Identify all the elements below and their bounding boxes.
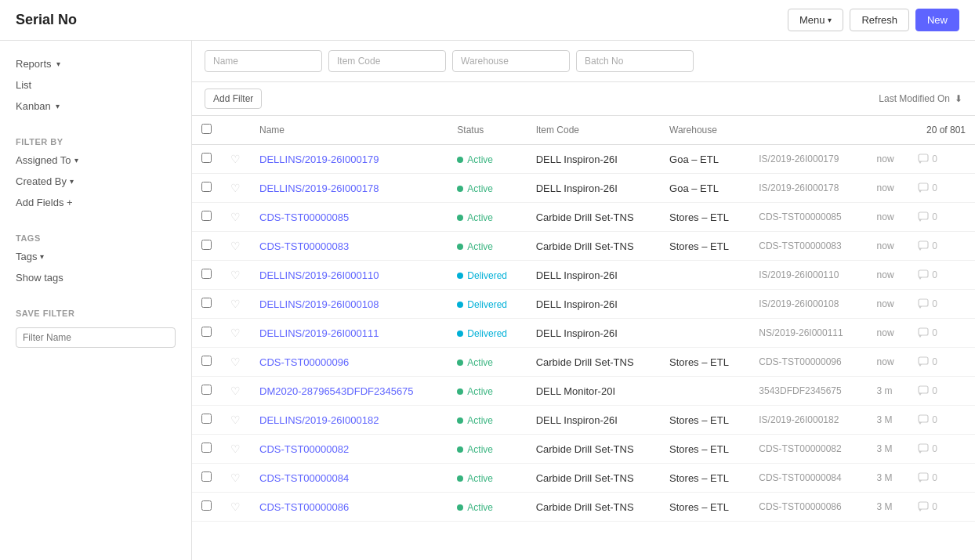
row-heart-cell[interactable]: ♡ — [221, 493, 250, 522]
row-checkbox-cell[interactable] — [192, 145, 221, 174]
row-checkbox-cell[interactable] — [192, 290, 221, 319]
row-checkbox-cell[interactable] — [192, 261, 221, 290]
row-checkbox-cell[interactable] — [192, 319, 221, 348]
row-checkbox-cell[interactable] — [192, 232, 221, 261]
row-heart-cell[interactable]: ♡ — [221, 261, 250, 290]
row-name-cell[interactable]: CDS-TST00000083 — [250, 232, 448, 261]
row-name-cell[interactable]: DELLINS/2019-26I000108 — [250, 290, 448, 319]
filter-name-input[interactable] — [16, 327, 176, 348]
row-comment-cell[interactable]: 0 — [908, 435, 975, 464]
comment-count[interactable]: 0 — [918, 356, 966, 367]
row-name-link[interactable]: DELLINS/2019-26I000179 — [259, 154, 379, 165]
row-heart-cell[interactable]: ♡ — [221, 377, 250, 406]
favorite-icon[interactable]: ♡ — [230, 471, 241, 484]
comment-count[interactable]: 0 — [918, 298, 966, 309]
row-comment-cell[interactable]: 0 — [908, 377, 975, 406]
favorite-icon[interactable]: ♡ — [230, 153, 241, 165]
row-name-link[interactable]: DELLINS/2019-26I000111 — [259, 327, 379, 339]
favorite-icon[interactable]: ♡ — [230, 414, 241, 426]
menu-button[interactable]: Menu ▾ — [788, 9, 844, 31]
add-fields-button[interactable]: Add Fields + — [0, 192, 191, 213]
row-comment-cell[interactable]: 0 — [908, 145, 975, 174]
row-heart-cell[interactable]: ♡ — [221, 348, 250, 377]
row-name-cell[interactable]: CDS-TST00000086 — [250, 493, 448, 522]
row-heart-cell[interactable]: ♡ — [221, 319, 250, 348]
row-heart-cell[interactable]: ♡ — [221, 232, 250, 261]
comment-count[interactable]: 0 — [918, 501, 966, 512]
row-name-cell[interactable]: DELLINS/2019-26I000111 — [250, 319, 448, 348]
row-checkbox[interactable] — [201, 153, 212, 163]
row-comment-cell[interactable]: 0 — [908, 406, 975, 435]
favorite-icon[interactable]: ♡ — [230, 269, 241, 281]
row-checkbox[interactable] — [201, 471, 212, 482]
row-name-cell[interactable]: CDS-TST00000082 — [250, 435, 448, 464]
favorite-icon[interactable]: ♡ — [230, 443, 241, 455]
row-name-link[interactable]: DELLINS/2019-26I000108 — [259, 298, 379, 310]
row-heart-cell[interactable]: ♡ — [221, 464, 250, 493]
comment-count[interactable]: 0 — [918, 414, 966, 425]
row-name-cell[interactable]: CDS-TST00000085 — [250, 203, 448, 232]
warehouse-filter-input[interactable] — [452, 50, 570, 72]
row-name-link[interactable]: CDS-TST00000085 — [259, 211, 349, 223]
row-comment-cell[interactable]: 0 — [908, 493, 975, 522]
row-checkbox[interactable] — [201, 211, 212, 221]
row-name-cell[interactable]: DM2020-28796543DFDF2345675 — [250, 377, 448, 406]
comment-count[interactable]: 0 — [918, 240, 966, 251]
row-name-link[interactable]: CDS-TST00000082 — [259, 443, 349, 455]
row-checkbox[interactable] — [201, 269, 212, 279]
row-checkbox[interactable] — [201, 298, 212, 308]
comment-count[interactable]: 0 — [918, 443, 966, 454]
row-checkbox[interactable] — [201, 414, 212, 424]
row-name-link[interactable]: CDS-TST00000083 — [259, 240, 349, 252]
row-heart-cell[interactable]: ♡ — [221, 406, 250, 435]
row-heart-cell[interactable]: ♡ — [221, 145, 250, 174]
row-comment-cell[interactable]: 0 — [908, 261, 975, 290]
row-checkbox[interactable] — [201, 443, 212, 453]
row-name-link[interactable]: DELLINS/2019-26I000178 — [259, 182, 379, 194]
refresh-button[interactable]: Refresh — [850, 9, 909, 31]
row-checkbox[interactable] — [201, 240, 212, 250]
row-heart-cell[interactable]: ♡ — [221, 435, 250, 464]
name-filter-input[interactable] — [205, 50, 322, 72]
comment-count[interactable]: 0 — [918, 154, 966, 164]
row-name-link[interactable]: DELLINS/2019-26I000110 — [259, 269, 379, 281]
row-checkbox-cell[interactable] — [192, 406, 221, 435]
row-comment-cell[interactable]: 0 — [908, 319, 975, 348]
row-name-cell[interactable]: DELLINS/2019-26I000182 — [250, 406, 448, 435]
row-name-cell[interactable]: CDS-TST00000084 — [250, 464, 448, 493]
comment-count[interactable]: 0 — [918, 182, 966, 193]
sidebar-item-kanban[interactable]: Kanban ▾ — [0, 96, 191, 117]
item-code-filter-input[interactable] — [328, 50, 446, 72]
row-name-link[interactable]: CDS-TST00000096 — [259, 356, 349, 368]
assigned-to-filter[interactable]: Assigned To ▾ — [0, 150, 191, 171]
select-all-checkbox[interactable] — [201, 124, 212, 134]
row-checkbox-cell[interactable] — [192, 348, 221, 377]
row-comment-cell[interactable]: 0 — [908, 464, 975, 493]
row-name-link[interactable]: DM2020-28796543DFDF2345675 — [259, 385, 414, 397]
row-name-cell[interactable]: CDS-TST00000096 — [250, 348, 448, 377]
sidebar-item-reports[interactable]: Reports ▾ — [0, 53, 191, 74]
comment-count[interactable]: 0 — [918, 472, 966, 483]
last-modified-sort[interactable]: Last Modified On ⬇ — [879, 93, 962, 104]
row-checkbox[interactable] — [201, 327, 212, 337]
show-tags-link[interactable]: Show tags — [0, 267, 191, 288]
comment-count[interactable]: 0 — [918, 385, 966, 396]
row-checkbox[interactable] — [201, 385, 212, 395]
row-name-link[interactable]: CDS-TST00000086 — [259, 501, 349, 513]
favorite-icon[interactable]: ♡ — [230, 240, 241, 252]
row-checkbox[interactable] — [201, 182, 212, 192]
sidebar-item-list[interactable]: List — [0, 74, 191, 96]
batch-no-filter-input[interactable] — [576, 50, 694, 72]
favorite-icon[interactable]: ♡ — [230, 356, 241, 368]
row-checkbox-cell[interactable] — [192, 203, 221, 232]
row-comment-cell[interactable]: 0 — [908, 174, 975, 203]
row-checkbox-cell[interactable] — [192, 493, 221, 522]
favorite-icon[interactable]: ♡ — [230, 327, 241, 339]
comment-count[interactable]: 0 — [918, 211, 966, 222]
row-name-link[interactable]: DELLINS/2019-26I000182 — [259, 414, 379, 426]
comment-count[interactable]: 0 — [918, 269, 966, 280]
row-name-cell[interactable]: DELLINS/2019-26I000178 — [250, 174, 448, 203]
row-comment-cell[interactable]: 0 — [908, 290, 975, 319]
row-checkbox[interactable] — [201, 356, 212, 366]
row-comment-cell[interactable]: 0 — [908, 232, 975, 261]
